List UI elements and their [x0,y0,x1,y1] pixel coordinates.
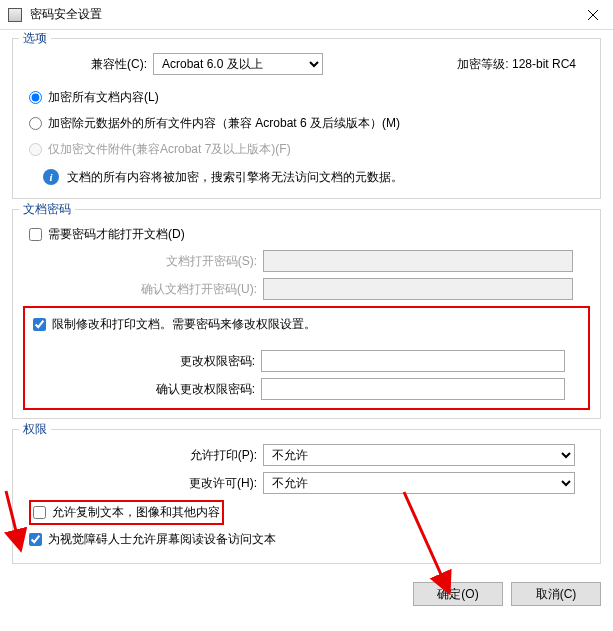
radio-encrypt-all-label: 加密所有文档内容(L) [48,89,159,106]
window-title: 密码安全设置 [30,6,573,23]
check-copy[interactable]: 允许复制文本，图像和其他内容 [29,500,224,525]
check-screenreader-input[interactable] [29,533,42,546]
info-text: 文档的所有内容将被加密，搜索引擎将无法访问文档的元数据。 [67,169,403,186]
encrypt-level: 加密等级: 128-bit RC4 [457,56,576,73]
check-require-open-input[interactable] [29,228,42,241]
cancel-button[interactable]: 取消(C) [511,582,601,606]
ok-button[interactable]: 确定(O) [413,582,503,606]
change-select[interactable]: 不允许 [263,472,575,494]
open-pw-label: 文档打开密码(S): [23,253,263,270]
radio-encrypt-all[interactable]: 加密所有文档内容(L) [23,87,590,107]
print-label: 允许打印(P): [23,447,263,464]
open-pw-input [263,250,573,272]
radio-encrypt-except-input[interactable] [29,117,42,130]
check-require-open[interactable]: 需要密码才能打开文档(D) [23,224,590,244]
check-copy-label: 允许复制文本，图像和其他内容 [52,504,220,521]
radio-encrypt-all-input[interactable] [29,91,42,104]
perm-pw-confirm-label: 确认更改权限密码: [31,381,261,398]
check-copy-input[interactable] [33,506,46,519]
group-doc-title: 文档密码 [19,201,75,218]
check-screenreader[interactable]: 为视觉障碍人士允许屏幕阅读设备访问文本 [23,529,590,549]
group-permissions: 权限 允许打印(P): 不允许 更改许可(H): 不允许 允许复制文本，图像和其… [12,429,601,564]
compat-select[interactable]: Acrobat 6.0 及以上 [153,53,323,75]
compat-label: 兼容性(C): [83,56,153,73]
print-select[interactable]: 不允许 [263,444,575,466]
button-row: 确定(O) 取消(C) [0,574,613,606]
radio-encrypt-except-label: 加密除元数据外的所有文件内容（兼容 Acrobat 6 及后续版本）(M) [48,115,400,132]
info-icon: i [43,169,59,185]
check-restrict[interactable]: 限制修改和打印文档。需要密码来修改权限设置。 [31,314,582,334]
open-pw-confirm-label: 确认文档打开密码(U): [23,281,263,298]
change-label: 更改许可(H): [23,475,263,492]
open-pw-confirm-input [263,278,573,300]
app-icon [8,8,22,22]
close-button[interactable] [573,0,613,29]
check-restrict-input[interactable] [33,318,46,331]
radio-encrypt-except[interactable]: 加密除元数据外的所有文件内容（兼容 Acrobat 6 及后续版本）(M) [23,113,590,133]
perm-pw-confirm-input[interactable] [261,378,565,400]
redbox-restrict: 限制修改和打印文档。需要密码来修改权限设置。 更改权限密码: 确认更改权限密码: [23,306,590,410]
close-icon [588,10,598,20]
group-perm-title: 权限 [19,421,51,438]
titlebar: 密码安全设置 [0,0,613,30]
perm-pw-label: 更改权限密码: [31,353,261,370]
radio-encrypt-attach: 仅加密文件附件(兼容Acrobat 7及以上版本)(F) [23,139,590,159]
info-row: i 文档的所有内容将被加密，搜索引擎将无法访问文档的元数据。 [23,165,590,190]
group-options: 选项 兼容性(C): Acrobat 6.0 及以上 加密等级: 128-bit… [12,38,601,199]
check-screenreader-label: 为视觉障碍人士允许屏幕阅读设备访问文本 [48,531,276,548]
radio-encrypt-attach-label: 仅加密文件附件(兼容Acrobat 7及以上版本)(F) [48,141,291,158]
group-doc-password: 文档密码 需要密码才能打开文档(D) 文档打开密码(S): 确认文档打开密码(U… [12,209,601,419]
radio-encrypt-attach-input [29,143,42,156]
check-require-open-label: 需要密码才能打开文档(D) [48,226,185,243]
perm-pw-input[interactable] [261,350,565,372]
group-options-title: 选项 [19,30,51,47]
check-restrict-label: 限制修改和打印文档。需要密码来修改权限设置。 [52,316,316,333]
